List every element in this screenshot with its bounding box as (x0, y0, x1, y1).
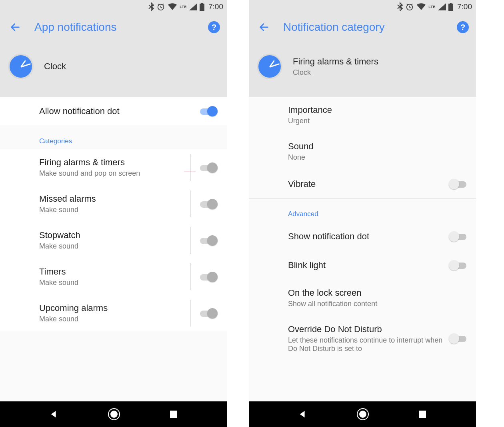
category-subtitle: Make sound (39, 279, 190, 287)
svg-rect-5 (201, 3, 203, 4)
lock-screen-row[interactable]: On the lock screen Show all notification… (249, 280, 476, 316)
app-header: Clock (0, 42, 227, 97)
vibrate-label: Vibrate (288, 179, 449, 189)
alarm-icon (405, 2, 414, 11)
category-title: Timers (39, 267, 190, 277)
override-dnd-row[interactable]: Override Do Not Disturb Let these notifi… (249, 316, 476, 353)
lte-label: LTE (428, 5, 436, 9)
content-area: Allow notification dot Categories Firing… (0, 97, 227, 401)
svg-rect-4 (200, 4, 204, 11)
nav-recent-icon[interactable] (418, 410, 426, 418)
categories-header: Categories (0, 126, 227, 149)
bluetooth-icon (148, 2, 154, 11)
sound-value: None (288, 153, 466, 162)
help-icon[interactable]: ? (208, 21, 220, 33)
nav-recent-icon[interactable] (170, 410, 178, 418)
lock-screen-value: Show all notification content (288, 300, 466, 308)
nav-home-icon[interactable] (108, 408, 120, 420)
category-toggle[interactable] (200, 272, 218, 282)
vibrate-toggle[interactable] (449, 179, 466, 189)
category-upcoming-alarms[interactable]: Upcoming alarms Make sound (0, 295, 227, 331)
phone-right: LTE 7:00 Notification category ? Firing … (249, 0, 476, 427)
app-name: Clock (44, 61, 66, 72)
page-title: Notification category (283, 21, 443, 34)
allow-notification-dot-row[interactable]: Allow notification dot (0, 97, 227, 126)
separator (190, 263, 190, 290)
app-name: Clock (293, 68, 378, 77)
importance-row[interactable]: Importance Urgent (249, 97, 476, 133)
category-title: Stopwatch (39, 230, 190, 241)
allow-dot-label: Allow notification dot (39, 106, 200, 116)
category-toggle[interactable] (200, 162, 218, 173)
signal-icon (438, 3, 446, 10)
channel-name: Firing alarms & timers (293, 56, 378, 67)
importance-label: Importance (288, 105, 466, 115)
svg-rect-6 (170, 411, 177, 418)
status-bar: LTE 7:00 (249, 0, 476, 14)
separator (190, 300, 190, 327)
phone-left: LTE 7:00 App notifications ? Clock Allow… (0, 0, 227, 427)
clock-app-icon (8, 54, 34, 79)
category-subtitle: Make sound (39, 242, 190, 251)
status-time: 7:00 (208, 2, 223, 11)
override-dnd-label: Override Do Not Disturb (288, 324, 449, 335)
page-title: App notifications (34, 21, 194, 34)
status-time: 7:00 (457, 2, 472, 11)
app-header: Firing alarms & timers Clock (249, 42, 476, 97)
category-subtitle: Make sound (39, 315, 190, 323)
status-bar: LTE 7:00 (0, 0, 227, 14)
svg-rect-10 (419, 411, 426, 418)
back-icon[interactable] (10, 22, 21, 33)
override-dnd-value: Let these notifications continue to inte… (288, 336, 449, 353)
svg-rect-8 (448, 4, 453, 11)
category-missed-alarms[interactable]: Missed alarms Make sound (0, 186, 227, 222)
category-subtitle: Make sound (39, 206, 190, 214)
vibrate-row[interactable]: Vibrate (249, 170, 476, 198)
category-timers[interactable]: Timers Make sound (0, 259, 227, 295)
signal-icon (189, 3, 197, 10)
alarm-icon (156, 2, 165, 11)
svg-rect-9 (450, 3, 452, 4)
override-dnd-toggle[interactable] (449, 333, 466, 344)
separator (190, 190, 190, 217)
help-icon[interactable]: ? (457, 21, 469, 33)
show-dot-label: Show notification dot (288, 231, 449, 242)
clock-app-icon (257, 54, 282, 79)
nav-back-icon[interactable] (298, 410, 307, 419)
back-icon[interactable] (258, 22, 270, 33)
wifi-icon (168, 3, 177, 10)
category-firing-alarms[interactable]: Firing alarms & timers Make sound and po… (0, 149, 227, 186)
sound-label: Sound (288, 141, 466, 152)
category-toggle[interactable] (200, 199, 218, 209)
allow-dot-toggle[interactable] (200, 106, 218, 116)
separator (190, 154, 190, 181)
show-dot-toggle[interactable] (449, 231, 466, 242)
battery-icon (448, 3, 453, 11)
nav-bar (0, 401, 227, 427)
app-bar: Notification category ? (249, 14, 476, 42)
nav-home-icon[interactable] (357, 408, 369, 420)
category-stopwatch[interactable]: Stopwatch Make sound (0, 222, 227, 259)
show-dot-row[interactable]: Show notification dot (249, 222, 476, 251)
sound-row[interactable]: Sound None (249, 133, 476, 170)
category-title: Missed alarms (39, 194, 190, 204)
bluetooth-icon (397, 2, 403, 11)
category-toggle[interactable] (200, 235, 218, 246)
content-area: Importance Urgent Sound None Vibrate Adv… (249, 97, 476, 401)
category-subtitle: Make sound and pop on screen (39, 169, 190, 178)
category-title: Upcoming alarms (39, 303, 190, 313)
wifi-icon (416, 3, 426, 10)
nav-back-icon[interactable] (50, 410, 58, 419)
category-title: Firing alarms & timers (39, 157, 190, 168)
nav-bar (249, 401, 476, 427)
blink-light-row[interactable]: Blink light (249, 251, 476, 280)
lte-label: LTE (180, 5, 187, 9)
separator (190, 227, 190, 254)
lock-screen-label: On the lock screen (288, 288, 466, 298)
blink-light-label: Blink light (288, 260, 449, 271)
importance-value: Urgent (288, 117, 466, 125)
blink-light-toggle[interactable] (449, 260, 466, 271)
battery-icon (200, 3, 204, 11)
category-toggle[interactable] (200, 308, 218, 319)
advanced-header: Advanced (249, 199, 476, 222)
